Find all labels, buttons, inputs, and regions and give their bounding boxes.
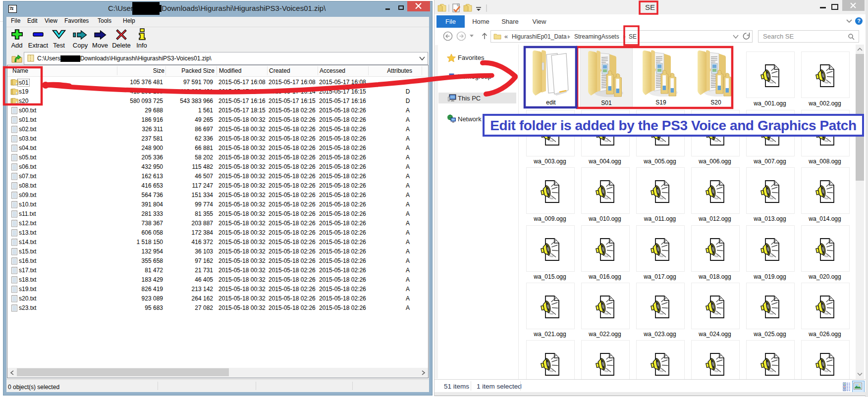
svg-text:Edit folder is added by the PS: Edit folder is added by the PS3 Voice an… <box>490 118 857 133</box>
